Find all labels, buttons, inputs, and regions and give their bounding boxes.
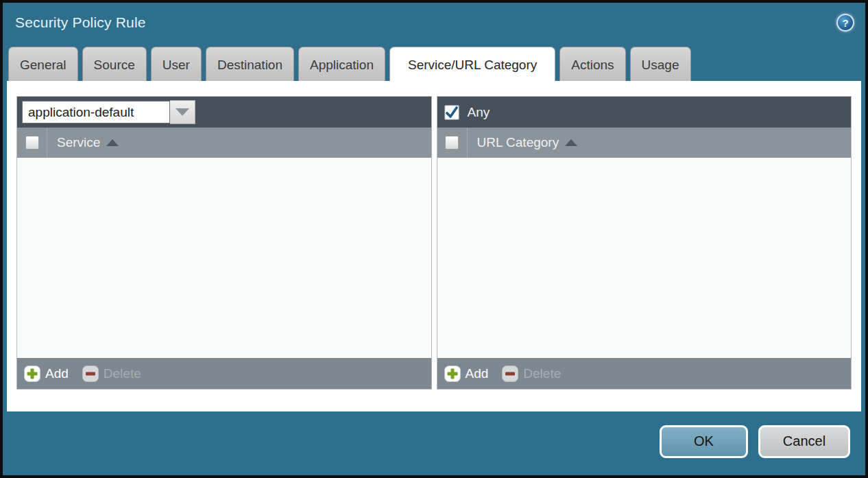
tab-destination[interactable]: Destination — [206, 47, 294, 81]
cancel-button[interactable]: Cancel — [758, 425, 850, 458]
security-policy-rule-dialog: Security Policy Rule ? General Source Us… — [0, 0, 868, 478]
url-category-add-button[interactable]: Add — [444, 366, 489, 382]
service-table-header: Service — [17, 128, 431, 158]
service-footer-bar: Add Delete — [17, 358, 431, 389]
url-category-delete-label: Delete — [523, 366, 561, 381]
tab-strip: General Source User Destination Applicat… — [3, 43, 865, 81]
url-category-delete-button[interactable]: Delete — [502, 366, 561, 382]
url-category-list-body[interactable] — [437, 158, 852, 358]
service-type-dropdown-button[interactable] — [170, 100, 195, 124]
service-delete-label: Delete — [104, 366, 141, 381]
url-category-table-header: URL Category — [437, 128, 852, 158]
tab-application[interactable]: Application — [298, 47, 385, 81]
tab-user[interactable]: User — [151, 47, 202, 81]
url-category-column-header[interactable]: URL Category — [477, 135, 578, 150]
sort-ascending-icon — [106, 139, 119, 146]
any-row: Any — [442, 105, 490, 120]
service-pane: Service Add Delete — [16, 96, 432, 390]
url-category-select-all-cell — [437, 128, 468, 158]
dialog-footer: OK Cancel — [3, 411, 865, 475]
help-icon: ? — [842, 17, 848, 29]
sort-ascending-icon — [565, 139, 577, 146]
ok-button[interactable]: OK — [660, 425, 748, 458]
tab-actions[interactable]: Actions — [559, 47, 625, 81]
tab-usage[interactable]: Usage — [630, 47, 691, 81]
service-type-dropdown — [22, 100, 195, 124]
tab-service-url-category[interactable]: Service/URL Category — [389, 47, 555, 81]
service-list-body[interactable] — [17, 158, 431, 358]
checkmark-icon — [446, 106, 458, 119]
dialog-title: Security Policy Rule — [15, 14, 146, 31]
service-column-header[interactable]: Service — [57, 135, 119, 150]
add-icon — [444, 366, 461, 382]
tab-general[interactable]: General — [8, 47, 78, 81]
tab-source[interactable]: Source — [82, 47, 147, 81]
help-button[interactable]: ? — [836, 14, 854, 32]
title-bar: Security Policy Rule ? — [3, 3, 865, 43]
url-category-add-label: Add — [466, 366, 489, 381]
delete-icon — [82, 366, 99, 382]
service-add-label: Add — [45, 366, 69, 381]
url-category-any-bar: Any — [437, 97, 852, 128]
add-icon — [24, 366, 40, 382]
tab-content-service-url-category: Service Add Delete — [7, 81, 861, 411]
service-column-label: Service — [57, 135, 100, 150]
any-label: Any — [468, 105, 490, 120]
url-category-pane: Any URL Category Add — [437, 96, 852, 390]
service-delete-button[interactable]: Delete — [82, 366, 141, 382]
delete-icon — [502, 366, 518, 382]
any-checkbox[interactable] — [444, 105, 459, 120]
url-category-column-label: URL Category — [477, 135, 559, 150]
service-type-input[interactable] — [22, 101, 170, 123]
service-type-bar — [17, 97, 431, 128]
service-add-button[interactable]: Add — [24, 366, 69, 382]
url-category-select-all-checkbox[interactable] — [445, 136, 459, 150]
service-select-all-checkbox[interactable] — [25, 136, 39, 150]
service-select-all-cell — [17, 128, 47, 158]
url-category-footer-bar: Add Delete — [437, 358, 852, 389]
chevron-down-icon — [176, 108, 189, 116]
